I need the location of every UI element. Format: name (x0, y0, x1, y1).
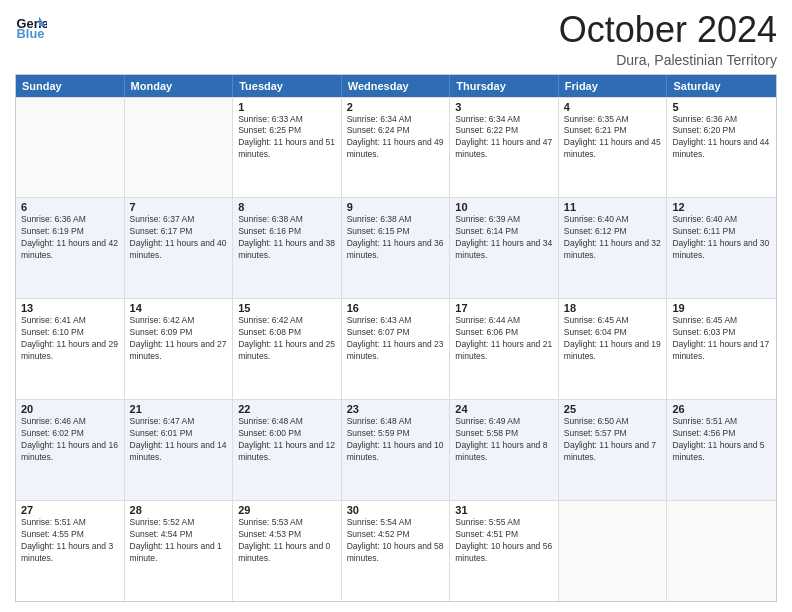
cell-info-14: Sunrise: 6:42 AM Sunset: 6:09 PM Dayligh… (130, 315, 228, 363)
day-number-18: 18 (564, 302, 662, 314)
day-number-27: 27 (21, 504, 119, 516)
day-number-29: 29 (238, 504, 336, 516)
cell-info-13: Sunrise: 6:41 AM Sunset: 6:10 PM Dayligh… (21, 315, 119, 363)
cal-cell-w3d0: 20Sunrise: 6:46 AM Sunset: 6:02 PM Dayli… (16, 400, 125, 500)
header-friday: Friday (559, 75, 668, 97)
day-number-20: 20 (21, 403, 119, 415)
week-row-1: 6Sunrise: 6:36 AM Sunset: 6:19 PM Daylig… (16, 197, 776, 298)
day-number-17: 17 (455, 302, 553, 314)
cal-cell-w4d1: 28Sunrise: 5:52 AM Sunset: 4:54 PM Dayli… (125, 501, 234, 601)
cell-info-15: Sunrise: 6:42 AM Sunset: 6:08 PM Dayligh… (238, 315, 336, 363)
cell-info-20: Sunrise: 6:46 AM Sunset: 6:02 PM Dayligh… (21, 416, 119, 464)
cell-info-8: Sunrise: 6:38 AM Sunset: 6:16 PM Dayligh… (238, 214, 336, 262)
cell-info-18: Sunrise: 6:45 AM Sunset: 6:04 PM Dayligh… (564, 315, 662, 363)
location-title: Dura, Palestinian Territory (559, 52, 777, 68)
cell-info-7: Sunrise: 6:37 AM Sunset: 6:17 PM Dayligh… (130, 214, 228, 262)
cal-cell-w0d3: 2Sunrise: 6:34 AM Sunset: 6:24 PM Daylig… (342, 98, 451, 198)
week-row-3: 20Sunrise: 6:46 AM Sunset: 6:02 PM Dayli… (16, 399, 776, 500)
cal-cell-w3d2: 22Sunrise: 6:48 AM Sunset: 6:00 PM Dayli… (233, 400, 342, 500)
cal-cell-w2d1: 14Sunrise: 6:42 AM Sunset: 6:09 PM Dayli… (125, 299, 234, 399)
calendar-body: 1Sunrise: 6:33 AM Sunset: 6:25 PM Daylig… (16, 97, 776, 601)
cell-info-21: Sunrise: 6:47 AM Sunset: 6:01 PM Dayligh… (130, 416, 228, 464)
day-number-5: 5 (672, 101, 771, 113)
cell-info-31: Sunrise: 5:55 AM Sunset: 4:51 PM Dayligh… (455, 517, 553, 565)
month-title: October 2024 (559, 10, 777, 50)
cal-cell-w0d5: 4Sunrise: 6:35 AM Sunset: 6:21 PM Daylig… (559, 98, 668, 198)
day-number-23: 23 (347, 403, 445, 415)
svg-text:Blue: Blue (17, 26, 45, 41)
cell-info-3: Sunrise: 6:34 AM Sunset: 6:22 PM Dayligh… (455, 114, 553, 162)
cal-cell-w2d3: 16Sunrise: 6:43 AM Sunset: 6:07 PM Dayli… (342, 299, 451, 399)
cal-cell-w4d6 (667, 501, 776, 601)
cal-cell-w1d4: 10Sunrise: 6:39 AM Sunset: 6:14 PM Dayli… (450, 198, 559, 298)
header-tuesday: Tuesday (233, 75, 342, 97)
cal-cell-w2d2: 15Sunrise: 6:42 AM Sunset: 6:08 PM Dayli… (233, 299, 342, 399)
day-number-15: 15 (238, 302, 336, 314)
cell-info-5: Sunrise: 6:36 AM Sunset: 6:20 PM Dayligh… (672, 114, 771, 162)
cell-info-23: Sunrise: 6:48 AM Sunset: 5:59 PM Dayligh… (347, 416, 445, 464)
cal-cell-w4d0: 27Sunrise: 5:51 AM Sunset: 4:55 PM Dayli… (16, 501, 125, 601)
cell-info-12: Sunrise: 6:40 AM Sunset: 6:11 PM Dayligh… (672, 214, 771, 262)
header-wednesday: Wednesday (342, 75, 451, 97)
cal-cell-w3d4: 24Sunrise: 6:49 AM Sunset: 5:58 PM Dayli… (450, 400, 559, 500)
cal-cell-w2d0: 13Sunrise: 6:41 AM Sunset: 6:10 PM Dayli… (16, 299, 125, 399)
cell-info-19: Sunrise: 6:45 AM Sunset: 6:03 PM Dayligh… (672, 315, 771, 363)
cal-cell-w3d1: 21Sunrise: 6:47 AM Sunset: 6:01 PM Dayli… (125, 400, 234, 500)
cal-cell-w1d1: 7Sunrise: 6:37 AM Sunset: 6:17 PM Daylig… (125, 198, 234, 298)
cell-info-25: Sunrise: 6:50 AM Sunset: 5:57 PM Dayligh… (564, 416, 662, 464)
header: General Blue October 2024 Dura, Palestin… (15, 10, 777, 68)
cell-info-6: Sunrise: 6:36 AM Sunset: 6:19 PM Dayligh… (21, 214, 119, 262)
day-number-12: 12 (672, 201, 771, 213)
week-row-0: 1Sunrise: 6:33 AM Sunset: 6:25 PM Daylig… (16, 97, 776, 198)
cell-info-24: Sunrise: 6:49 AM Sunset: 5:58 PM Dayligh… (455, 416, 553, 464)
logo-icon: General Blue (15, 10, 47, 42)
cal-cell-w2d6: 19Sunrise: 6:45 AM Sunset: 6:03 PM Dayli… (667, 299, 776, 399)
title-block: October 2024 Dura, Palestinian Territory (559, 10, 777, 68)
cell-info-16: Sunrise: 6:43 AM Sunset: 6:07 PM Dayligh… (347, 315, 445, 363)
cal-cell-w0d2: 1Sunrise: 6:33 AM Sunset: 6:25 PM Daylig… (233, 98, 342, 198)
cal-cell-w4d2: 29Sunrise: 5:53 AM Sunset: 4:53 PM Dayli… (233, 501, 342, 601)
week-row-2: 13Sunrise: 6:41 AM Sunset: 6:10 PM Dayli… (16, 298, 776, 399)
day-number-11: 11 (564, 201, 662, 213)
cell-info-27: Sunrise: 5:51 AM Sunset: 4:55 PM Dayligh… (21, 517, 119, 565)
day-number-28: 28 (130, 504, 228, 516)
cal-cell-w3d3: 23Sunrise: 6:48 AM Sunset: 5:59 PM Dayli… (342, 400, 451, 500)
cell-info-1: Sunrise: 6:33 AM Sunset: 6:25 PM Dayligh… (238, 114, 336, 162)
header-sunday: Sunday (16, 75, 125, 97)
day-number-16: 16 (347, 302, 445, 314)
day-number-21: 21 (130, 403, 228, 415)
cell-info-28: Sunrise: 5:52 AM Sunset: 4:54 PM Dayligh… (130, 517, 228, 565)
day-number-24: 24 (455, 403, 553, 415)
cell-info-30: Sunrise: 5:54 AM Sunset: 4:52 PM Dayligh… (347, 517, 445, 565)
cal-cell-w0d6: 5Sunrise: 6:36 AM Sunset: 6:20 PM Daylig… (667, 98, 776, 198)
cell-info-17: Sunrise: 6:44 AM Sunset: 6:06 PM Dayligh… (455, 315, 553, 363)
header-monday: Monday (125, 75, 234, 97)
cal-cell-w3d6: 26Sunrise: 5:51 AM Sunset: 4:56 PM Dayli… (667, 400, 776, 500)
day-number-8: 8 (238, 201, 336, 213)
day-number-4: 4 (564, 101, 662, 113)
cal-cell-w1d2: 8Sunrise: 6:38 AM Sunset: 6:16 PM Daylig… (233, 198, 342, 298)
day-number-3: 3 (455, 101, 553, 113)
day-number-6: 6 (21, 201, 119, 213)
day-number-25: 25 (564, 403, 662, 415)
cal-cell-w1d5: 11Sunrise: 6:40 AM Sunset: 6:12 PM Dayli… (559, 198, 668, 298)
cell-info-10: Sunrise: 6:39 AM Sunset: 6:14 PM Dayligh… (455, 214, 553, 262)
day-number-13: 13 (21, 302, 119, 314)
calendar: Sunday Monday Tuesday Wednesday Thursday… (15, 74, 777, 602)
cal-cell-w0d0 (16, 98, 125, 198)
calendar-header: Sunday Monday Tuesday Wednesday Thursday… (16, 75, 776, 97)
day-number-19: 19 (672, 302, 771, 314)
cell-info-26: Sunrise: 5:51 AM Sunset: 4:56 PM Dayligh… (672, 416, 771, 464)
day-number-2: 2 (347, 101, 445, 113)
day-number-10: 10 (455, 201, 553, 213)
cell-info-2: Sunrise: 6:34 AM Sunset: 6:24 PM Dayligh… (347, 114, 445, 162)
header-saturday: Saturday (667, 75, 776, 97)
logo: General Blue (15, 10, 47, 42)
day-number-7: 7 (130, 201, 228, 213)
cal-cell-w1d3: 9Sunrise: 6:38 AM Sunset: 6:15 PM Daylig… (342, 198, 451, 298)
cal-cell-w2d4: 17Sunrise: 6:44 AM Sunset: 6:06 PM Dayli… (450, 299, 559, 399)
day-number-9: 9 (347, 201, 445, 213)
cell-info-11: Sunrise: 6:40 AM Sunset: 6:12 PM Dayligh… (564, 214, 662, 262)
cell-info-9: Sunrise: 6:38 AM Sunset: 6:15 PM Dayligh… (347, 214, 445, 262)
cal-cell-w1d0: 6Sunrise: 6:36 AM Sunset: 6:19 PM Daylig… (16, 198, 125, 298)
